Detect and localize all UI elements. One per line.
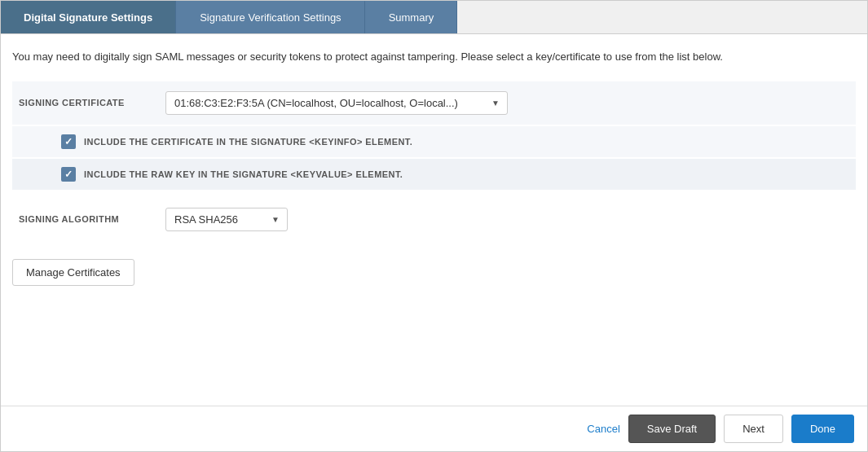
tab-summary[interactable]: Summary <box>365 1 458 33</box>
signing-algorithm-select[interactable]: RSA SHA256 <box>165 208 288 231</box>
tab-signature-verification[interactable]: Signature Verification Settings <box>176 1 364 33</box>
main-container: Digital Signature Settings Signature Ver… <box>0 0 868 452</box>
done-button[interactable]: Done <box>791 415 854 443</box>
main-content: You may need to digitally sign SAML mess… <box>1 34 867 406</box>
cancel-button[interactable]: Cancel <box>587 423 619 435</box>
manage-certificates-button[interactable]: Manage Certificates <box>12 259 134 286</box>
signing-certificate-select-wrapper: 01:68:C3:E2:F3:5A (CN=localhost, OU=loca… <box>165 91 508 115</box>
keyvalue-checkbox-row: INCLUDE THE RAW KEY IN THE SIGNATURE <KE… <box>12 159 856 190</box>
signing-certificate-select[interactable]: 01:68:C3:E2:F3:5A (CN=localhost, OU=loca… <box>165 91 508 115</box>
form-section: You may need to digitally sign SAML mess… <box>12 49 856 397</box>
signing-certificate-row: SIGNING CERTIFICATE 01:68:C3:E2:F3:5A (C… <box>12 81 856 125</box>
next-button[interactable]: Next <box>724 415 783 443</box>
tab-digital-signature[interactable]: Digital Signature Settings <box>1 1 176 33</box>
keyinfo-checkbox-row: INCLUDE THE CERTIFICATE IN THE SIGNATURE… <box>12 126 856 157</box>
signing-algorithm-label: SIGNING ALGORITHM <box>19 214 165 224</box>
keyvalue-checkbox-label: INCLUDE THE RAW KEY IN THE SIGNATURE <KE… <box>84 169 403 179</box>
tabs-bar: Digital Signature Settings Signature Ver… <box>1 1 867 34</box>
footer-bar: Cancel Save Draft Next Done <box>1 406 867 451</box>
keyvalue-checkbox[interactable] <box>61 167 76 182</box>
signing-algorithm-row: SIGNING ALGORITHM RSA SHA256 <box>12 198 856 241</box>
signing-algorithm-select-wrapper: RSA SHA256 <box>165 208 288 231</box>
keyinfo-checkbox[interactable] <box>61 134 76 149</box>
description-text: You may need to digitally sign SAML mess… <box>12 49 856 65</box>
save-draft-button[interactable]: Save Draft <box>628 415 716 443</box>
signing-certificate-label: SIGNING CERTIFICATE <box>19 98 165 108</box>
keyinfo-checkbox-label: INCLUDE THE CERTIFICATE IN THE SIGNATURE… <box>84 137 412 147</box>
